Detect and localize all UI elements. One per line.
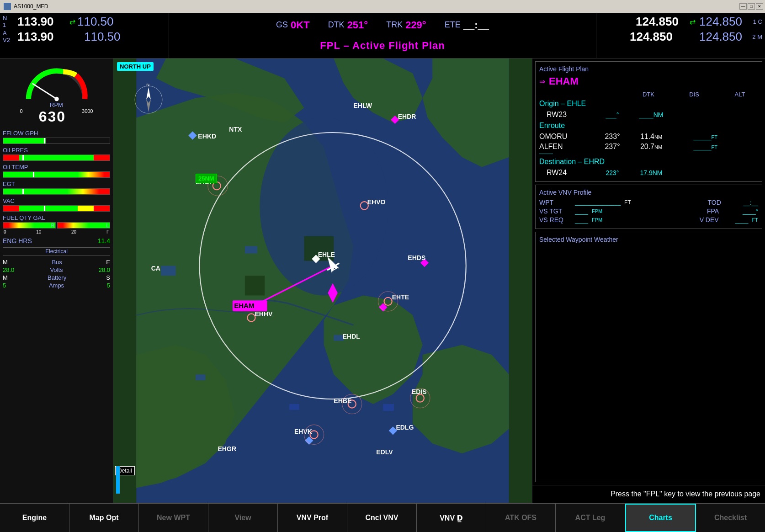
vnv-vstgt-label: VS TGT	[539, 207, 571, 215]
svg-rect-17	[383, 404, 394, 411]
fp-dest-arrow: ⇒	[539, 77, 545, 86]
svg-rect-18	[289, 404, 299, 410]
elec-s: S	[106, 274, 110, 281]
vnv-vsreq-label: VS REQ	[539, 216, 571, 223]
checklist-btn-label: Checklist	[714, 514, 747, 522]
dtk-label: DTK	[328, 20, 345, 30]
vnv-vstgt-unit: FPM	[592, 208, 602, 214]
svg-text:EHDS: EHDS	[408, 254, 425, 261]
fp-origin-rwy: RW23	[547, 111, 594, 119]
wp-omoru-dtk: 233°	[594, 133, 631, 141]
top-bar: N1 113.90 ⇄ 110.50 AV2 113.90 110.50 GS …	[0, 13, 765, 59]
vnv-d-btn[interactable]: VNV D̲	[417, 504, 486, 532]
eng-hrs-row: ENG HRS 11.4	[3, 237, 110, 245]
map-svg: EHAM EHKD EHOP NTX EHVO EHTE	[113, 59, 532, 503]
fflow-bar	[3, 138, 110, 144]
mfd-display: N1 113.90 ⇄ 110.50 AV2 113.90 110.50 GS …	[0, 13, 765, 532]
bottom-toolbar: Engine Map Opt New WPT View VNV Prof Cnc…	[0, 503, 765, 532]
trk-group: TRK 229°	[386, 19, 426, 31]
vnv-fpa-label: FPA	[707, 207, 739, 215]
fp-origin-label: Origin – EHLE	[539, 100, 758, 108]
fp-origin-dis: ____NM	[631, 111, 672, 118]
svg-text:EDLV: EDLV	[376, 448, 393, 456]
com-frequency-block: 124.850 ⇄ 124.850 1 C 124.850 124.850 2 …	[596, 13, 765, 58]
vnv-wpt-label: WPT	[539, 199, 571, 206]
minimize-btn[interactable]: —	[739, 3, 747, 10]
fp-origin-rwy-row: RW23 ___° ____NM	[539, 110, 758, 120]
vac-bar	[3, 205, 110, 212]
svg-rect-15	[334, 335, 344, 341]
wp-alfen-alt: _____FT	[672, 143, 717, 150]
fp-dest-row: ⇒ EHAM	[539, 75, 758, 87]
nav1-row: N1 113.90 ⇄ 110.50	[3, 15, 166, 29]
checklist-btn[interactable]: Checklist	[696, 504, 765, 532]
app-icon	[4, 3, 11, 10]
oil-pres-bar	[3, 154, 110, 161]
vnv-wpt-unit: FT	[624, 199, 631, 206]
gs-label: GS	[276, 20, 288, 30]
maximize-btn[interactable]: □	[748, 3, 755, 10]
svg-text:EHDL: EHDL	[343, 333, 361, 340]
fp-dest-rwy-row: RW24 223° 17.9NM	[539, 168, 758, 178]
new-wpt-btn[interactable]: New WPT	[139, 504, 208, 532]
fuel-ticks: 0 10 20 F	[3, 229, 110, 234]
com2-standby-freq: 124.850	[699, 30, 745, 44]
egt-label: EGT	[3, 181, 110, 187]
vnv-vstgt-value: ____	[575, 208, 588, 215]
fp-waypoint-alfen: ALFEN 237° 20.7NM _____FT	[539, 142, 758, 152]
vac-gauge: VAC	[3, 197, 110, 212]
wp-omoru-alt: _____FT	[672, 133, 717, 140]
engine-btn[interactable]: Engine	[0, 504, 69, 532]
fuel-qty-gauge: FUEL QTY GAL R L 0 10 20 F	[3, 214, 110, 234]
vnv-profile-section: Active VNV Profile WPT _______________ F…	[535, 185, 762, 229]
vnv-section-title: Active VNV Profile	[539, 189, 758, 196]
cncl-vnv-btn-label: Cncl VNV	[365, 514, 398, 522]
elec-row-4: 5 Amps 5	[3, 282, 110, 289]
nav1-active-freq: 113.90	[17, 15, 68, 29]
svg-rect-16	[196, 374, 206, 380]
cncl-vnv-btn[interactable]: Cncl VNV	[347, 504, 417, 532]
nav1-standby-freq: 110.50	[77, 15, 123, 29]
act-leg-btn[interactable]: ACT Leg	[556, 504, 625, 532]
eng-hrs-value: 11.4	[98, 237, 110, 245]
main-content: RPM 0 630 3000 FFLOW GPH Oil PRES	[0, 59, 765, 503]
vnv-vsreq-unit: FPM	[592, 217, 602, 223]
map-area[interactable]: EHAM EHKD EHOP NTX EHVO EHTE	[113, 59, 532, 503]
gs-value: 0KT	[291, 19, 310, 31]
fuel-tick-10: 10	[36, 229, 41, 234]
charts-btn[interactable]: Charts	[625, 504, 696, 532]
rpm-min: 0	[20, 108, 23, 125]
svg-text:EDLG: EDLG	[396, 424, 414, 431]
nav-swap-arrow[interactable]: ⇄	[69, 17, 75, 26]
com1-swap-arrow[interactable]: ⇄	[690, 17, 696, 26]
svg-point-1	[54, 97, 58, 101]
oil-temp-bar	[3, 171, 110, 178]
center-top-row: GS 0KT DTK 251° TRK 229° ETE __:__	[276, 19, 489, 31]
svg-marker-9	[413, 345, 509, 453]
vnv-vsreq-value: ____	[575, 217, 588, 223]
vnv-prof-btn-label: VNV Prof	[297, 514, 328, 522]
map-opt-btn[interactable]: Map Opt	[69, 504, 139, 532]
oil-pres-marker	[22, 155, 24, 160]
elec-row-2: 28.0 Volts 28.0	[3, 266, 110, 274]
vnv-wpt-row: WPT _______________ FT TOD __:__	[539, 199, 758, 206]
svg-text:NTX: NTX	[229, 126, 242, 133]
view-btn[interactable]: View	[208, 504, 278, 532]
fp-dest-section-label: Destination – EHRD	[539, 158, 758, 166]
fuel-bar-left: L	[57, 222, 110, 229]
com2-row: 124.850 124.850 2 M	[630, 30, 762, 44]
elec-amps-label: Amps	[49, 282, 64, 289]
svg-rect-11	[245, 276, 265, 295]
nav2-row: AV2 113.90 110.50	[3, 30, 166, 44]
atk-ofs-btn[interactable]: ATK OFS	[486, 504, 556, 532]
dtk-value: 251°	[347, 19, 368, 31]
svg-text:EHLE: EHLE	[318, 251, 335, 258]
charts-btn-label: Charts	[649, 514, 672, 522]
vnv-vdev-label: V DEV	[700, 216, 732, 223]
svg-text:EHAM: EHAM	[234, 302, 255, 309]
waypoint-weather-title: Selected Waypoint Weather	[539, 236, 758, 243]
vnv-prof-btn[interactable]: VNV Prof	[278, 504, 347, 532]
close-btn[interactable]: ✕	[756, 3, 763, 10]
vnv-d-btn-label: VNV D̲	[440, 514, 463, 522]
fuel-tick-0: 0	[4, 229, 6, 234]
